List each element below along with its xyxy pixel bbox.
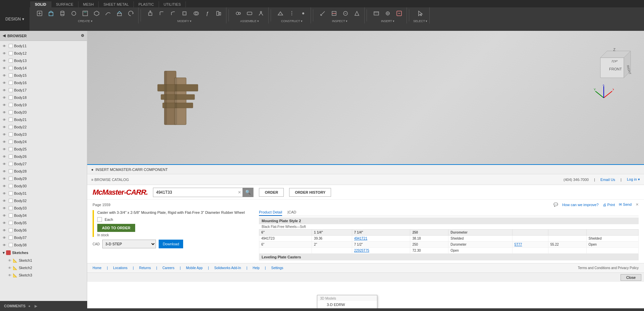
format-select[interactable]: 3-D Solidworks 3-D EDRW 3-D IGES 3-D PDF…	[102, 240, 156, 248]
each-checkbox[interactable]	[97, 217, 102, 222]
sketch-item[interactable]: 👁 📐 Sketch2	[0, 264, 87, 271]
list-item[interactable]: 👁Body26	[0, 153, 87, 160]
tab-sheet-metal[interactable]: SHEET METAL	[99, 1, 133, 7]
tab-solid[interactable]: SOLID	[30, 1, 51, 7]
product-detail-tab[interactable]: Product Detail	[259, 210, 282, 216]
search-button[interactable]: 🔍	[243, 188, 253, 197]
comment-toggle[interactable]: ●	[28, 304, 31, 308]
align-icon[interactable]	[213, 8, 224, 19]
list-item[interactable]: 👁Body23	[0, 131, 87, 138]
mcmaster-icon[interactable]	[394, 8, 405, 19]
download-button[interactable]: Download	[159, 240, 183, 248]
checkbox[interactable]	[9, 199, 13, 203]
browser-settings-icon[interactable]: ⚙	[81, 34, 84, 38]
design-dropdown[interactable]: DESIGN ▾	[0, 7, 30, 31]
new-component-icon[interactable]	[34, 8, 45, 19]
sphere-icon[interactable]	[68, 8, 79, 19]
zebra-icon[interactable]	[340, 8, 351, 19]
email-link[interactable]: Email Us	[600, 178, 615, 182]
joint-icon[interactable]	[233, 8, 244, 19]
checkbox[interactable]	[9, 177, 13, 181]
checkbox[interactable]	[9, 44, 13, 48]
checkbox[interactable]	[9, 51, 13, 55]
list-item[interactable]: 👁Body30	[0, 182, 87, 190]
checkbox[interactable]	[9, 184, 13, 188]
part-link[interactable]: 22925T75	[354, 249, 369, 252]
checkbox[interactable]	[9, 110, 13, 114]
tab-mesh[interactable]: MESH	[78, 1, 99, 7]
form-icon[interactable]	[91, 8, 102, 19]
tab-utilities[interactable]: UTILITIES	[159, 1, 186, 7]
list-item[interactable]: 👁Body35	[0, 219, 87, 227]
section-analysis-icon[interactable]	[329, 8, 339, 19]
checkbox[interactable]	[9, 103, 13, 107]
box-icon[interactable]	[46, 8, 56, 19]
checkbox[interactable]	[9, 147, 13, 151]
plane-icon[interactable]	[275, 8, 286, 19]
footer-home[interactable]: Home	[93, 266, 102, 270]
cylinder-icon[interactable]	[57, 8, 68, 19]
list-item[interactable]: 👁Body36	[0, 227, 87, 234]
surface-create-icon[interactable]	[103, 8, 113, 19]
checkbox[interactable]	[9, 73, 13, 77]
checkbox[interactable]	[9, 59, 13, 63]
list-item[interactable]: 👁Body34	[0, 212, 87, 219]
list-item[interactable]: 👁Body13	[0, 57, 87, 64]
viewport[interactable]: Z FRONT TOP RIGHT X Y Z	[87, 31, 644, 308]
checkbox[interactable]	[9, 118, 13, 122]
footer-settings[interactable]: Settings	[271, 266, 283, 270]
login-btn[interactable]: Log in ▾	[627, 177, 640, 182]
sketch-item[interactable]: 👁 📐 Sketch1	[0, 257, 87, 264]
checkbox[interactable]	[9, 228, 13, 232]
list-item[interactable]: 👁Body19	[0, 101, 87, 109]
fillet-icon[interactable]	[156, 8, 167, 19]
checkbox[interactable]	[9, 221, 13, 225]
list-item[interactable]: 👁Body37	[0, 234, 87, 241]
footer-careers[interactable]: Careers	[162, 266, 174, 270]
footer-locations[interactable]: Locations	[113, 266, 127, 270]
list-item[interactable]: 👁Body33	[0, 204, 87, 212]
checkbox[interactable]	[9, 213, 13, 217]
list-item[interactable]: 👁Body20	[0, 109, 87, 116]
measure-icon[interactable]	[317, 8, 328, 19]
list-item[interactable]: 👁Body11	[0, 42, 87, 50]
list-item[interactable]: 👁Body12	[0, 50, 87, 57]
list-item[interactable]: 👁Body22	[0, 123, 87, 131]
draft-icon[interactable]	[352, 8, 362, 19]
footer-mobile[interactable]: Mobile App	[186, 266, 203, 270]
checkbox[interactable]	[9, 66, 13, 70]
point-icon[interactable]	[298, 8, 309, 19]
part-link[interactable]: 4941T21	[354, 237, 367, 240]
axis-icon[interactable]	[286, 8, 297, 19]
formula-icon[interactable]: ƒ	[202, 8, 213, 19]
sketches-section[interactable]: ▾ Sketches	[0, 249, 87, 257]
search-input[interactable]	[153, 189, 236, 196]
list-item[interactable]: 👁Body25	[0, 145, 87, 153]
improve-link[interactable]: How can we improve?	[562, 203, 598, 207]
checkbox[interactable]	[9, 132, 13, 136]
list-item[interactable]: 👁Body17	[0, 86, 87, 94]
search-clear-icon[interactable]: ✕	[236, 189, 243, 196]
browse-catalog-btn[interactable]: ≡ BROWSE CATALOG	[91, 178, 129, 182]
order-button[interactable]: ORDER	[259, 188, 284, 197]
list-item[interactable]: 👁Body15	[0, 72, 87, 79]
list-item[interactable]: 👁Body24	[0, 138, 87, 145]
list-item[interactable]: 👁Body16	[0, 79, 87, 86]
select-icon[interactable]	[415, 8, 426, 19]
list-item[interactable]: 👁Body31	[0, 190, 87, 197]
canvas-icon[interactable]	[371, 8, 382, 19]
checkbox[interactable]	[9, 206, 13, 210]
checkbox[interactable]	[9, 125, 13, 129]
chamfer-icon[interactable]	[168, 8, 178, 19]
part-link[interactable]: 5T77	[515, 243, 522, 246]
footer-returns[interactable]: Returns	[139, 266, 151, 270]
sketch-icon[interactable]	[80, 8, 91, 19]
revolve-icon[interactable]	[125, 8, 136, 19]
list-item[interactable]: 👁Body32	[0, 197, 87, 204]
checkbox[interactable]	[9, 154, 13, 159]
print-link[interactable]: 🖨 Print	[603, 203, 615, 207]
combine-icon[interactable]	[191, 8, 201, 19]
order-history-button[interactable]: ORDER HISTORY	[289, 188, 331, 197]
list-item[interactable]: 👁Body28	[0, 168, 87, 175]
extrude-icon[interactable]	[114, 8, 125, 19]
